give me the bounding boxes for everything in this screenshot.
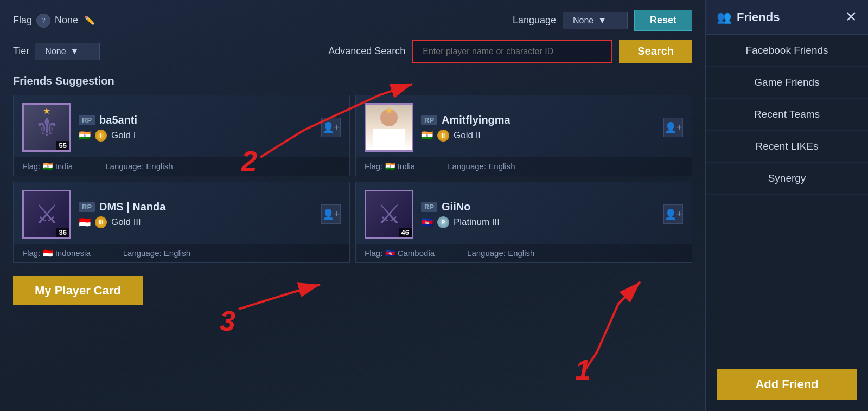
my-player-card-button[interactable]: My Player Card	[13, 276, 143, 305]
avatar-frame-3: ⚔ 36	[22, 190, 71, 239]
rank-row-3: 🇮🇩 III Gold III	[79, 216, 314, 228]
star-icon-1: ★	[43, 106, 50, 116]
wings-icon-3: ⚔	[35, 201, 59, 228]
rank-text-4: Platinum III	[454, 217, 500, 228]
lang-detail-1: Language: English	[105, 162, 173, 171]
top-bar: Flag ? None ✏️ Language None ▼ Reset	[13, 10, 692, 31]
tier-value: None	[45, 47, 66, 56]
photo-body-2	[373, 129, 405, 150]
card-top-4: ⚔ 46 RP GiiNo 🇰🇭 P Platinum III 👤+	[356, 182, 692, 244]
language-value: None	[573, 16, 593, 25]
search-button[interactable]: Search	[619, 40, 692, 63]
player-name-row-3: RP DMS | Nanda	[79, 201, 314, 213]
sidebar-item-recent-teams[interactable]: Recent Teams	[706, 99, 868, 131]
adv-search-label: Advanced Search	[328, 46, 405, 57]
card-top-3: ⚔ 36 RP DMS | Nanda 🇮🇩 III Gold III 👤	[14, 182, 349, 244]
rank-row-1: 🇮🇳 I Gold I	[79, 130, 314, 142]
close-button[interactable]: ✕	[845, 9, 857, 25]
language-dropdown[interactable]: None ▼	[563, 12, 628, 29]
add-friend-btn-3[interactable]: 👤+	[321, 204, 341, 224]
rp-badge-3: RP	[79, 202, 95, 212]
rank-icon-3: III	[95, 216, 107, 228]
level-badge-3: 36	[56, 228, 69, 237]
sidebar-item-label-game: Game Friends	[754, 76, 819, 88]
player-name-row-2: RP Amitflyingma	[421, 114, 656, 126]
adv-search-row: Advanced Search Search	[328, 40, 692, 63]
player-card-2: ★ RP Amitflyingma 🇮🇳 II Gold II	[355, 95, 692, 176]
sidebar-item-label-recent-teams: Recent Teams	[754, 108, 820, 120]
sidebar: 👥 Friends ✕ Facebook Friends Game Friend…	[705, 0, 868, 411]
flag-icon: ?	[36, 14, 50, 28]
main-panel: Flag ? None ✏️ Language None ▼ Reset Tie…	[0, 0, 705, 411]
chevron-down-icon: ▼	[598, 16, 607, 25]
card-bottom-2: Flag: 🇮🇳 India Language: English	[356, 157, 692, 176]
player-name-4: GiiNo	[442, 201, 470, 213]
sidebar-item-game-friends[interactable]: Game Friends	[706, 67, 868, 99]
sidebar-item-synergy[interactable]: Synergy	[706, 163, 868, 195]
cards-grid: ★ ⚜ 55 RP ba5anti 🇮🇳 I Gold I	[13, 95, 692, 263]
edit-icon[interactable]: ✏️	[82, 14, 97, 28]
add-friend-btn-1[interactable]: 👤+	[321, 118, 341, 137]
avatar-frame-2: ★	[365, 103, 413, 152]
flag-value: None	[55, 15, 78, 26]
player-name-1: ba5anti	[99, 114, 137, 126]
wings-icon-1: ⚜	[35, 114, 59, 141]
friends-icon: 👥	[717, 10, 731, 24]
section-title: Friends Suggestion	[13, 75, 692, 87]
flag-detail-3: Flag: 🇮🇩 Indonesia	[22, 248, 91, 258]
lang-detail-2: Language: English	[448, 162, 515, 171]
language-label: Language	[513, 15, 556, 26]
rp-badge-2: RP	[421, 115, 437, 125]
rank-icon-2: II	[437, 130, 449, 142]
add-friend-btn-2[interactable]: 👤+	[663, 118, 683, 137]
friends-title-row: 👥 Friends	[717, 10, 780, 24]
sidebar-item-label-recent-likes: Recent LIKEs	[755, 140, 818, 152]
rank-row-4: 🇰🇭 P Platinum III	[421, 216, 656, 228]
player-info-2: RP Amitflyingma 🇮🇳 II Gold II	[421, 114, 656, 142]
tier-row: Tier None ▼	[13, 43, 100, 60]
rank-text-3: Gold III	[111, 217, 141, 228]
flag-emoji-3: 🇮🇩	[79, 216, 91, 228]
level-badge-1: 55	[56, 141, 69, 150]
svg-text:3: 3	[220, 305, 235, 337]
add-friend-big-button[interactable]: Add Friend	[717, 369, 857, 400]
avatar-frame-4: ⚔ 46	[365, 190, 413, 239]
card-bottom-1: Flag: 🇮🇳 India Language: English	[14, 157, 349, 176]
lang-detail-3: Language: English	[123, 248, 190, 258]
lang-row: Language None ▼ Reset	[513, 10, 692, 31]
tier-label: Tier	[13, 46, 29, 57]
rp-badge-1: RP	[79, 115, 95, 125]
sidebar-item-facebook-friends[interactable]: Facebook Friends	[706, 35, 868, 67]
flag-emoji-2: 🇮🇳	[421, 130, 433, 142]
player-info-4: RP GiiNo 🇰🇭 P Platinum III	[421, 201, 656, 228]
sidebar-item-label-facebook: Facebook Friends	[745, 44, 828, 56]
sidebar-header: 👥 Friends ✕	[706, 0, 868, 35]
level-badge-4: 46	[399, 228, 412, 237]
player-name-2: Amitflyingma	[442, 114, 510, 126]
flag-detail-4: Flag: 🇰🇭 Cambodia	[365, 248, 435, 258]
second-bar: Tier None ▼ Advanced Search Search	[13, 40, 692, 63]
flag-detail-2: Flag: 🇮🇳 India	[365, 162, 415, 171]
player-name-3: DMS | Nanda	[99, 201, 165, 213]
rank-text-2: Gold II	[454, 130, 481, 141]
player-card-1: ★ ⚜ 55 RP ba5anti 🇮🇳 I Gold I	[13, 95, 350, 176]
flag-detail-1: Flag: 🇮🇳 India	[22, 162, 73, 171]
flag-label: Flag	[13, 15, 32, 26]
tier-dropdown[interactable]: None ▼	[35, 43, 100, 60]
svg-text:1: 1	[575, 354, 591, 386]
rank-text-1: Gold I	[111, 130, 136, 141]
flag-row: Flag ? None ✏️	[13, 14, 97, 28]
search-input[interactable]	[412, 40, 612, 63]
player-info-3: RP DMS | Nanda 🇮🇩 III Gold III	[79, 201, 314, 228]
add-friend-btn-4[interactable]: 👤+	[663, 204, 683, 224]
reset-button[interactable]: Reset	[634, 10, 692, 31]
card-bottom-3: Flag: 🇮🇩 Indonesia Language: English	[14, 244, 349, 262]
card-bottom-4: Flag: 🇰🇭 Cambodia Language: English	[356, 244, 692, 262]
sidebar-item-label-synergy: Synergy	[768, 172, 806, 184]
player-name-row-4: RP GiiNo	[421, 201, 656, 213]
lang-detail-4: Language: English	[467, 248, 534, 258]
tier-chevron-icon: ▼	[71, 47, 79, 56]
sidebar-item-recent-likes[interactable]: Recent LIKEs	[706, 131, 868, 163]
flag-emoji-4: 🇰🇭	[421, 216, 433, 228]
friends-title: Friends	[737, 10, 780, 24]
